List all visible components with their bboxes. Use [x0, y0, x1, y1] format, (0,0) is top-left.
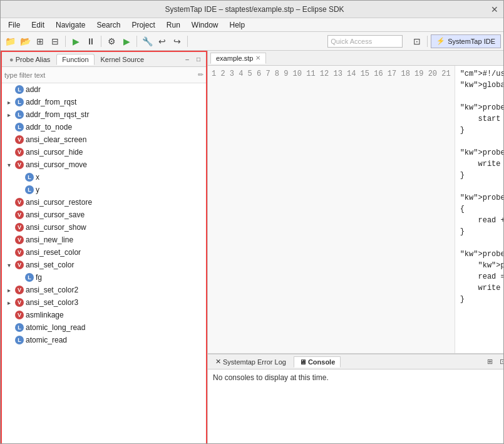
- tree-item-ansi_cursor_restore[interactable]: Vansi_cursor_restore: [2, 196, 206, 209]
- menu-item-project[interactable]: Project: [126, 19, 160, 31]
- console-ctrl2[interactable]: ⊡: [496, 356, 504, 368]
- menu-item-search[interactable]: Search: [91, 19, 125, 31]
- editor-tab-example[interactable]: example.stp ✕: [210, 53, 266, 64]
- console-tab-controls: ⊞ ⊡ ▼ – □: [484, 356, 504, 368]
- tree-item-fg[interactable]: Lfg: [2, 271, 206, 284]
- tree-label-ansi_cursor_hide: ansi_cursor_hide: [26, 148, 83, 157]
- tree-list: Laddr▸Laddr_from_rqst▸Laddr_from_rqst_st…: [2, 83, 206, 443]
- tree-item-asmlinkage[interactable]: Vasmlinkage: [2, 309, 206, 321]
- editor-tab-close[interactable]: ✕: [255, 54, 260, 61]
- line-numbers: 1 2 3 4 5 6 7 8 9 10 11 12 13 14 15 16 1…: [208, 66, 455, 353]
- toolbar-debug2[interactable]: ↩: [155, 34, 169, 48]
- tree-item-ansi_set_color2[interactable]: ▸Vansi_set_color2: [2, 284, 206, 296]
- tree-label-asmlinkage: asmlinkage: [26, 311, 64, 319]
- toolbar-build[interactable]: ⚙: [105, 34, 118, 48]
- console-ctrl1[interactable]: ⊞: [484, 356, 495, 368]
- expander-ansi_cursor_hide: [4, 148, 13, 157]
- menu-item-window[interactable]: Window: [187, 19, 224, 31]
- toolbar-grid2[interactable]: ⊟: [48, 34, 62, 48]
- tree-label-y: y: [36, 185, 39, 194]
- tree-label-ansi_set_color2: ansi_set_color2: [26, 286, 78, 294]
- tree-item-ansi_cursor_show[interactable]: Vansi_cursor_show: [2, 221, 206, 234]
- tree-label-fg: fg: [36, 273, 42, 282]
- menu-bar: FileEditNavigateSearchProjectRunWindowHe…: [1, 18, 503, 32]
- tree-item-ansi_set_color3[interactable]: ▸Vansi_set_color3: [2, 296, 206, 309]
- toolbar: 📁 📂 ⊞ ⊟ ▶ ⏸ ⚙ ▶ 🔧 ↩ ↪ Quick Access ⊡ ⚡ S…: [1, 32, 503, 51]
- menu-item-file[interactable]: File: [3, 19, 25, 31]
- node-icon-addr_from_rqst_str: L: [15, 110, 24, 119]
- tree-item-ansi_clear_screen[interactable]: Vansi_clear_screen: [2, 133, 206, 146]
- node-icon-ansi_cursor_move: V: [15, 160, 24, 169]
- toolbar-run2[interactable]: ▶: [120, 34, 133, 48]
- menu-item-help[interactable]: Help: [225, 19, 250, 31]
- expander-addr_from_rqst: ▸: [4, 98, 13, 106]
- tree-item-ansi_cursor_hide[interactable]: Vansi_cursor_hide: [2, 146, 206, 158]
- quick-access-box[interactable]: Quick Access: [327, 35, 403, 48]
- editor-tab-label: example.stp: [216, 54, 253, 62]
- tree-label-addr_from_rqst: addr_from_rqst: [26, 98, 76, 106]
- node-icon-y: L: [25, 185, 34, 194]
- tree-item-addr_to_node[interactable]: Laddr_to_node: [2, 121, 206, 133]
- main-area: ● Probe Alias Function Kernel Source – □…: [1, 51, 503, 444]
- expander-addr_from_rqst_str: ▸: [4, 110, 13, 119]
- toolbar-new[interactable]: 📁: [3, 34, 17, 48]
- tree-item-addr_from_rqst[interactable]: ▸Laddr_from_rqst: [2, 96, 206, 108]
- error-log-close[interactable]: ✕: [215, 358, 221, 366]
- expander-ansi_cursor_save: [4, 210, 13, 219]
- tree-label-ansi_set_color3: ansi_set_color3: [26, 298, 78, 307]
- filter-input[interactable]: [4, 71, 198, 79]
- tab-probe-alias[interactable]: ● Probe Alias: [4, 54, 55, 65]
- expander-atomic_read: [4, 336, 13, 344]
- toolbar-debug1[interactable]: 🔧: [140, 34, 154, 48]
- code-editor[interactable]: "cm">#!/usr/bin/env stap "kw">global rea…: [455, 66, 504, 353]
- right-panel: example.stp ✕ – □ 1 2 3 4 5 6 7 8 9 10 1…: [207, 51, 504, 444]
- tree-label-ansi_reset_color: ansi_reset_color: [26, 248, 81, 257]
- tree-label-ansi_cursor_show: ansi_cursor_show: [26, 223, 86, 232]
- expander-fg: [14, 273, 23, 282]
- toolbar-sep2: [101, 36, 101, 47]
- expander-atomic_long_read: [4, 323, 13, 332]
- tab-function[interactable]: Function: [56, 54, 94, 65]
- panel-minimize-btn[interactable]: –: [182, 54, 192, 65]
- tree-item-ansi_cursor_save[interactable]: Vansi_cursor_save: [2, 209, 206, 221]
- title-bar: SystemTap IDE – staptest/example.stp – E…: [1, 1, 503, 18]
- toolbar-run[interactable]: ▶: [69, 34, 83, 48]
- menu-item-edit[interactable]: Edit: [26, 19, 49, 31]
- tree-item-y[interactable]: Ly: [2, 183, 206, 196]
- tree-label-atomic_long_read: atomic_long_read: [26, 323, 85, 332]
- tree-item-x[interactable]: Lx: [2, 171, 206, 183]
- tab-console[interactable]: 🖥 Console: [294, 356, 341, 368]
- editor-tab-bar: example.stp ✕ – □: [208, 51, 504, 66]
- tree-item-ansi_new_line[interactable]: Vansi_new_line: [2, 234, 206, 246]
- tab-error-log[interactable]: ✕ Systemtap Error Log: [210, 356, 291, 367]
- tree-label-addr: addr: [26, 85, 41, 94]
- tree-item-addr[interactable]: Laddr: [2, 83, 206, 96]
- editor-content[interactable]: 1 2 3 4 5 6 7 8 9 10 11 12 13 14 15 16 1…: [208, 66, 504, 353]
- tree-item-ansi_reset_color[interactable]: Vansi_reset_color: [2, 246, 206, 259]
- close-button[interactable]: ✕: [491, 4, 498, 14]
- tree-label-addr_from_rqst_str: addr_from_rqst_str: [26, 110, 89, 119]
- toolbar-perspective[interactable]: ⊡: [410, 34, 424, 48]
- toolbar-open[interactable]: 📂: [18, 34, 32, 48]
- toolbar-sep5: [427, 36, 428, 47]
- console-label: Console: [308, 358, 335, 366]
- menu-item-navigate[interactable]: Navigate: [51, 19, 90, 31]
- tree-item-addr_from_rqst_str[interactable]: ▸Laddr_from_rqst_str: [2, 108, 206, 121]
- menu-item-run[interactable]: Run: [162, 19, 185, 31]
- toolbar-grid1[interactable]: ⊞: [33, 34, 47, 48]
- node-icon-addr: L: [15, 85, 24, 94]
- tree-item-ansi_cursor_move[interactable]: ▾Vansi_cursor_move: [2, 158, 206, 171]
- console-area: ✕ Systemtap Error Log 🖥 Console ⊞ ⊡ ▼ – …: [208, 354, 504, 444]
- node-icon-atomic_long_read: L: [15, 323, 24, 332]
- tab-kernel-source[interactable]: Kernel Source: [96, 54, 150, 65]
- toolbar-debug3[interactable]: ↪: [170, 34, 184, 48]
- tree-item-atomic_long_read[interactable]: Latomic_long_read: [2, 321, 206, 334]
- filter-clear-icon[interactable]: ✏: [198, 71, 203, 79]
- tree-item-ansi_set_color[interactable]: ▾Vansi_set_color: [2, 259, 206, 271]
- systemtap-icon: ⚡: [436, 37, 445, 45]
- tree-item-atomic_read[interactable]: Latomic_read: [2, 334, 206, 346]
- toolbar-pause[interactable]: ⏸: [84, 34, 98, 48]
- panel-maximize-btn[interactable]: □: [193, 54, 203, 65]
- systemtap-perspective-btn[interactable]: ⚡ SystemTap IDE: [431, 34, 501, 48]
- systemtap-label: SystemTap IDE: [448, 38, 495, 45]
